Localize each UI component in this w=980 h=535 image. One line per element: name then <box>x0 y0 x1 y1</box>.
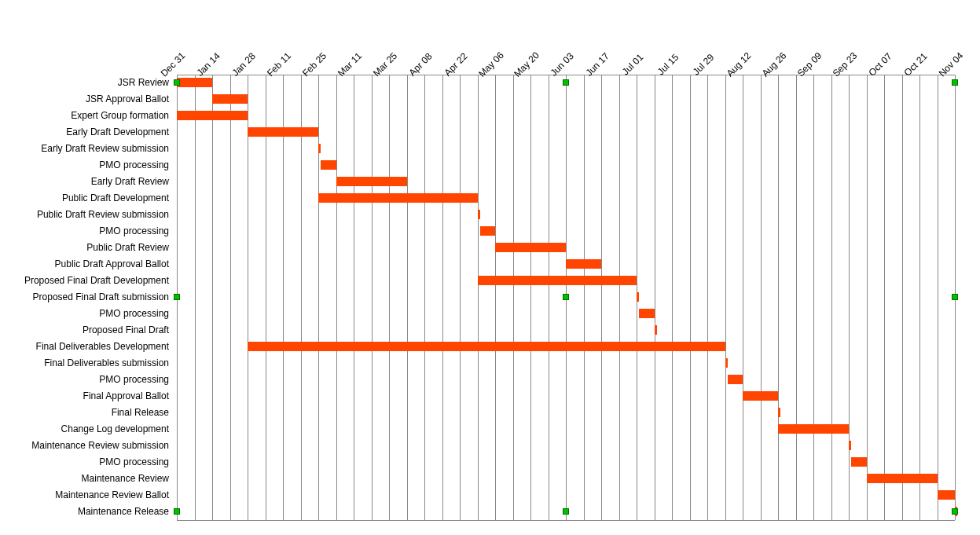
task-bar <box>177 78 212 87</box>
task-label: Public Draft Approval Ballot <box>0 258 169 269</box>
task-bar <box>495 243 566 252</box>
gridline <box>938 75 938 520</box>
gridline <box>849 75 850 520</box>
task-bar <box>938 490 956 500</box>
gridline <box>902 75 903 520</box>
task-bar <box>478 210 480 219</box>
task-bar <box>778 408 780 417</box>
milestone-marker <box>563 508 569 515</box>
milestone-marker <box>952 294 958 300</box>
task-bar <box>851 457 866 467</box>
gridline <box>778 75 779 520</box>
gridline <box>407 75 408 520</box>
gridline <box>619 75 620 520</box>
task-bar <box>212 94 248 104</box>
gridline <box>424 75 425 520</box>
task-bar <box>728 375 743 384</box>
milestone-marker <box>952 79 958 86</box>
task-label: Maintenance Review submission <box>0 440 169 451</box>
task-label: Final Release <box>0 407 169 418</box>
task-bar <box>778 424 849 434</box>
gridline <box>195 75 196 520</box>
task-bar <box>725 358 728 368</box>
task-bar <box>478 276 637 285</box>
milestone-marker <box>563 79 569 86</box>
task-label: Final Approval Ballot <box>0 390 169 401</box>
task-bar <box>248 342 725 351</box>
task-label: PMO processing <box>0 374 169 385</box>
gridline <box>725 75 726 520</box>
gridline <box>336 75 337 520</box>
milestone-marker <box>174 508 180 515</box>
task-bar <box>318 193 478 203</box>
task-label: Early Draft Development <box>0 126 169 137</box>
gridline <box>372 75 373 520</box>
task-label: Public Draft Development <box>0 192 169 203</box>
gridline <box>283 75 284 520</box>
task-label: Proposed Final Draft Development <box>0 275 169 286</box>
task-label: Proposed Final Draft submission <box>0 291 169 302</box>
gridline <box>867 75 868 520</box>
gridline <box>513 75 514 520</box>
task-label: PMO processing <box>0 456 169 467</box>
gridline <box>495 75 496 520</box>
task-bar <box>639 309 654 318</box>
task-label: PMO processing <box>0 308 169 319</box>
gridline <box>549 75 549 520</box>
task-bar <box>849 441 851 450</box>
gridline <box>761 75 762 520</box>
milestone-marker <box>174 294 180 300</box>
gridline <box>831 75 832 520</box>
task-label: Proposed Final Draft <box>0 324 169 335</box>
task-label: Change Log development <box>0 423 169 434</box>
task-bar <box>318 144 321 153</box>
task-bar <box>637 292 639 302</box>
gridline <box>389 75 390 520</box>
gridline <box>796 75 797 520</box>
milestone-marker <box>174 79 180 86</box>
task-label: Maintenance Review <box>0 473 169 484</box>
gridline <box>601 75 602 520</box>
task-bar <box>743 391 778 401</box>
gridline <box>655 75 655 520</box>
gridline <box>478 75 479 520</box>
task-bar <box>336 177 407 186</box>
gridline <box>884 75 885 520</box>
gridline <box>318 75 319 520</box>
task-label: PMO processing <box>0 159 169 170</box>
task-label: Early Draft Review submission <box>0 143 169 154</box>
gridline <box>460 75 461 520</box>
gridline <box>813 75 814 520</box>
gridline <box>266 75 266 520</box>
task-label: Early Draft Review <box>0 176 169 187</box>
gridline <box>672 75 673 520</box>
task-label: Public Draft Review submission <box>0 209 169 220</box>
task-bar <box>480 226 495 236</box>
task-bar <box>867 474 938 483</box>
task-label: Public Draft Review <box>0 242 169 253</box>
task-label: Expert Group formation <box>0 110 169 121</box>
milestone-marker <box>563 294 569 300</box>
gridline <box>442 75 443 520</box>
gridline <box>212 75 213 520</box>
gridline <box>584 75 585 520</box>
task-bar <box>177 111 248 120</box>
gridline <box>248 75 248 520</box>
gridline <box>690 75 691 520</box>
task-label: PMO processing <box>0 225 169 236</box>
task-bar <box>321 160 336 170</box>
gantt-chart: Dec 31Jan 14Jan 28Feb 11Feb 25Mar 11Mar … <box>0 0 980 535</box>
milestone-marker <box>952 508 958 515</box>
gridline <box>354 75 354 520</box>
task-label: Maintenance Release <box>0 506 169 517</box>
gridline <box>301 75 302 520</box>
task-label: Final Deliverables Development <box>0 341 169 352</box>
task-label: Final Deliverables submission <box>0 357 169 368</box>
task-label: JSR Approval Ballot <box>0 93 169 104</box>
gridline <box>743 75 743 520</box>
task-bar <box>248 127 318 137</box>
plot-frame-bottom <box>177 520 955 521</box>
gridline <box>919 75 920 520</box>
gridline <box>530 75 531 520</box>
gridline <box>230 75 231 520</box>
